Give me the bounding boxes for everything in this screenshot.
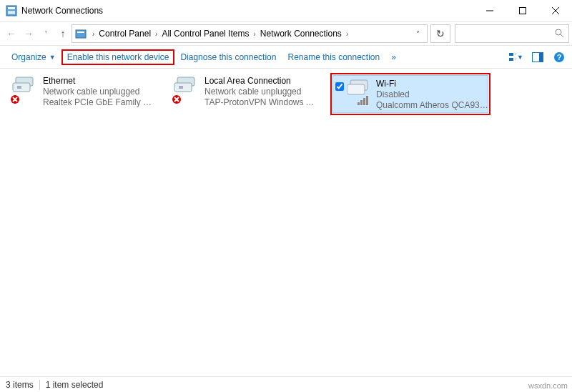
forward-button[interactable]: → <box>20 25 37 42</box>
chevron-icon[interactable]: › <box>89 30 97 38</box>
recent-dropdown[interactable]: ˅ <box>37 25 54 42</box>
rename-label: Rename this connection <box>287 52 380 62</box>
wifi-checkbox[interactable] <box>333 77 345 93</box>
control-panel-icon <box>6 5 17 16</box>
lan-icon <box>170 74 204 106</box>
enable-label: Enable this network device <box>67 52 169 62</box>
address-dropdown[interactable]: ˅ <box>412 30 424 38</box>
svg-rect-7 <box>76 30 86 38</box>
connection-status: Disabled <box>376 89 490 100</box>
svg-rect-36 <box>366 96 368 105</box>
address-bar[interactable]: › Control Panel › All Control Panel Item… <box>72 24 428 43</box>
svg-rect-8 <box>77 31 84 33</box>
svg-point-9 <box>556 29 561 35</box>
connection-name: Local Area Connection <box>204 76 319 87</box>
svg-rect-35 <box>363 98 365 105</box>
connection-device: TAP-ProtonVPN Windows Ad... <box>204 97 319 108</box>
error-x-icon <box>172 94 182 104</box>
minimize-button[interactable] <box>473 0 506 21</box>
status-count: 3 items <box>6 380 34 390</box>
enable-device-button[interactable]: Enable this network device <box>61 49 175 65</box>
chevron-icon[interactable]: › <box>152 30 160 38</box>
ethernet-icon <box>9 74 43 106</box>
diagnose-button[interactable]: Diagnose this connection <box>174 49 282 65</box>
location-icon <box>75 28 87 39</box>
toolbar: Organize▼ Enable this network device Dia… <box>0 46 572 69</box>
svg-rect-12 <box>515 54 516 54</box>
breadcrumb-network-connections[interactable]: Network Connections <box>259 29 343 39</box>
maximize-button[interactable] <box>506 0 539 21</box>
connection-name: Wi-Fi <box>376 79 490 89</box>
breadcrumb-all-items[interactable]: All Control Panel Items <box>160 29 250 39</box>
toolbar-right: ▼ ? <box>509 50 566 64</box>
back-button[interactable]: ← <box>3 25 20 42</box>
titlebar: Network Connections <box>0 0 572 21</box>
error-x-icon <box>10 94 20 104</box>
search-input[interactable] <box>455 24 569 43</box>
svg-rect-2 <box>8 11 15 14</box>
search-icon <box>554 28 564 40</box>
svg-line-10 <box>561 34 563 37</box>
svg-rect-34 <box>360 100 363 105</box>
window-title: Network Connections <box>21 6 103 16</box>
status-selected: 1 item selected <box>46 380 104 390</box>
chevron-down-icon: ▼ <box>49 54 56 61</box>
connection-ethernet[interactable]: Ethernet Network cable unplugged Realtek… <box>7 73 166 115</box>
wifi-icon <box>345 77 376 109</box>
chevron-icon[interactable]: › <box>250 30 258 38</box>
rename-button[interactable]: Rename this connection <box>282 49 385 65</box>
connection-wifi[interactable]: Wi-Fi Disabled Qualcomm Atheros QCA9377.… <box>332 75 488 113</box>
up-button[interactable]: ↑ <box>54 25 72 42</box>
connection-device: Realtek PCIe GbE Family Cont... <box>43 97 157 108</box>
breadcrumb-control-panel[interactable]: Control Panel <box>97 29 152 39</box>
more-commands-button[interactable]: » <box>385 49 402 65</box>
signal-bars-icon <box>358 96 370 106</box>
svg-rect-32 <box>347 84 365 94</box>
more-label: » <box>391 52 396 62</box>
statusbar: 3 items 1 item selected <box>0 376 572 392</box>
window-controls <box>473 0 572 21</box>
svg-rect-4 <box>520 8 526 14</box>
connection-text: Ethernet Network cable unplugged Realtek… <box>43 74 157 108</box>
connection-status: Network cable unplugged <box>43 87 157 97</box>
view-options-button[interactable]: ▼ <box>509 50 523 64</box>
navbar: ← → ˅ ↑ › Control Panel › All Control Pa… <box>0 21 572 46</box>
connection-device: Qualcomm Atheros QCA9377... <box>376 100 490 111</box>
chevron-icon[interactable]: › <box>343 30 351 38</box>
close-button[interactable] <box>539 0 572 21</box>
connection-wifi-highlight: Wi-Fi Disabled Qualcomm Atheros QCA9377.… <box>330 73 490 115</box>
connection-name: Ethernet <box>43 76 157 87</box>
svg-rect-16 <box>539 53 543 62</box>
svg-rect-33 <box>358 102 360 105</box>
help-button[interactable]: ? <box>552 50 566 64</box>
connection-list: Ethernet Network cable unplugged Realtek… <box>7 73 565 115</box>
connection-status: Network cable unplugged <box>204 87 319 97</box>
svg-rect-21 <box>17 86 21 89</box>
svg-text:?: ? <box>557 53 562 62</box>
connection-text: Local Area Connection Network cable unpl… <box>204 74 319 108</box>
preview-pane-button[interactable] <box>531 50 545 64</box>
separator <box>39 380 40 390</box>
svg-rect-13 <box>509 58 513 61</box>
svg-rect-11 <box>509 53 513 56</box>
connection-text: Wi-Fi Disabled Qualcomm Atheros QCA9377.… <box>376 77 490 111</box>
diagnose-label: Diagnose this connection <box>180 52 276 62</box>
refresh-button[interactable]: ↻ <box>430 24 450 43</box>
content-area: Ethernet Network cable unplugged Realtek… <box>0 69 572 376</box>
svg-rect-1 <box>8 7 15 9</box>
organize-button[interactable]: Organize▼ <box>6 49 61 65</box>
svg-rect-14 <box>515 59 516 59</box>
connection-local-area[interactable]: Local Area Connection Network cable unpl… <box>169 73 327 115</box>
svg-rect-27 <box>179 86 183 89</box>
organize-label: Organize <box>11 52 46 62</box>
watermark: wsxdn.com <box>528 381 568 390</box>
